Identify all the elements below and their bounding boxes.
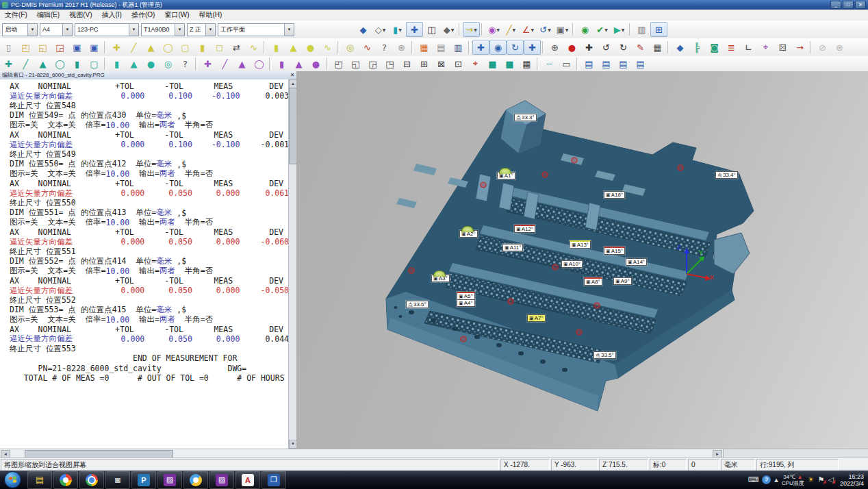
feature-tag-A7[interactable]: ▣A7° [527,314,546,322]
measured-circle-icon[interactable]: ◯ [159,40,177,55]
solid-curve-icon[interactable]: ∿ [319,40,336,55]
solid-cube-b-icon[interactable]: ■ [501,56,518,71]
feature-tag-A2[interactable]: ▣A2° [459,230,478,238]
camera-icon[interactable]: ◙ [706,40,723,55]
editor-line[interactable]: 终止尺寸 位置550 [0,198,289,208]
dropdown-arrow-icon[interactable]: ▼ [604,27,608,32]
editor-line[interactable]: 终止尺寸 位置553 [0,344,289,353]
taskbar-browser-360[interactable] [53,471,78,489]
feature-tag-A11[interactable]: ▣A11° [502,244,523,251]
editor-line[interactable]: DIM 位置551= 点 的位置点413 单位=毫米 ,$ [0,208,289,217]
view-sphere-icon[interactable]: ◉ [489,40,507,55]
cons-sphere-icon[interactable]: ● [142,56,159,71]
tip-select-combo[interactable]: 123-PC▼ [75,23,139,36]
open-file-icon[interactable]: ◰ [17,40,34,55]
auto-line-icon[interactable]: ╱ [216,56,233,71]
view-cube-top-icon[interactable]: ⊟ [398,56,416,71]
chevron-down-icon[interactable]: ▼ [129,24,138,36]
solid-cube-a-icon[interactable]: ■ [484,56,501,71]
editor-line[interactable]: 逼近矢量方向偏差0.0000.0500.0000.044 [0,334,289,344]
active-tip-combo[interactable]: 启动▼ [2,23,38,36]
probed-plane-icon[interactable]: ▲ [34,56,51,71]
feature-tag-A15[interactable]: ▣A15° [604,247,625,255]
disabled-a-icon[interactable]: ⊘ [814,40,831,55]
auto-sphere-icon[interactable]: ● [307,56,324,71]
dropdown-arrow-icon[interactable]: ▼ [451,27,455,32]
dropdown-arrow-icon[interactable]: ▼ [622,27,625,32]
view-cube-front-icon[interactable]: ◲ [364,56,381,71]
menu-item[interactable]: 插入(I) [97,10,126,20]
probe-pen-icon[interactable]: ✎ [632,40,649,55]
measured-point-icon[interactable]: ✚ [108,40,125,55]
save-as-icon[interactable]: ▣ [86,40,103,55]
network-flag-icon[interactable]: ⚑ [818,475,825,484]
view-scale-icon[interactable]: ✚ [524,40,541,55]
feature-tag-A4[interactable]: ▣A4° [457,299,475,307]
axes-icon[interactable]: ∟ [740,40,757,55]
close-button[interactable]: ✕ [855,1,866,9]
cad-solid-icon[interactable]: ◆▼ [440,22,457,37]
report-gray-icon[interactable]: ▤ [433,40,450,55]
editor-line[interactable]: AX NOMINAL+TOL-TOLMEASDEV [0,179,289,188]
feature-tag-A9[interactable]: ▣A9° [613,277,632,285]
report-win-2-icon[interactable]: ▤ [598,56,615,71]
editor-line[interactable]: 终止尺寸 位置549 [0,149,289,159]
gage-bar-icon[interactable]: ▥ [633,22,650,37]
taskbar-qq-ball[interactable] [183,471,208,489]
editor-line[interactable]: AX NOMINAL+TOL-TOLMEASDEV [0,130,289,140]
save-icon[interactable]: ▣ [68,40,86,55]
probe-tip-combo[interactable]: T1A90B0▼ [141,23,185,36]
editor-line[interactable]: END OF MEASUREMENT FOR [0,353,289,363]
probe-mode-icon[interactable]: ▮▼ [389,22,406,37]
view-cube-iso-icon[interactable]: ⊠ [433,56,450,71]
graphics-view[interactable]: 点33.3°▣A1°点33.4°▣A18°▣A2°▣A12°▣A11°▣A13°… [296,71,868,449]
probed-point-icon[interactable]: ✚ [0,56,17,71]
taskbar-chrome[interactable] [79,471,104,489]
globe-icon[interactable]: ⊕ [546,40,563,55]
fit-view-icon[interactable]: ✚ [406,22,423,37]
menu-item[interactable]: 文件(F) [0,10,32,20]
red-sphere-icon[interactable]: ● [563,40,580,55]
measured-square-slot-icon[interactable]: ◻ [211,40,228,55]
taskbar-pdf-reader[interactable]: A [235,471,260,489]
view-translate-icon[interactable]: ✚ [472,40,489,55]
feature-tree-icon[interactable]: ╠ [689,40,706,55]
chevron-down-icon[interactable]: ▼ [284,24,294,36]
editor-line[interactable]: 图示=关 文本=关 倍率=10.00 输出=两者 半角=否 [0,169,289,179]
speaker-muted-icon[interactable]: ◁ [828,475,833,484]
mesh-sphere-icon[interactable]: ⊛ [393,40,410,55]
view-cube-back-icon[interactable]: ◳ [381,56,398,71]
rotate-2d-icon[interactable]: ↺ [598,40,615,55]
auto-circle-icon[interactable]: ◯ [251,56,268,71]
view-cube-bottom-icon[interactable]: ⊞ [416,56,433,71]
edit-window-content[interactable]: AX NOMINAL+TOL-TOLMEASDEV逼近矢量方向偏差0.0000.… [0,79,289,449]
marked-check-icon[interactable]: ✔▼ [593,22,611,37]
cons-cone-icon[interactable]: ▲ [125,56,142,71]
comment-icon[interactable]: ◫ [423,22,440,37]
probed-line-icon[interactable]: ╱ [17,56,34,71]
cons-help-icon[interactable]: ? [177,56,194,71]
editor-line[interactable]: DIM 位置552= 点 的位置点414 单位=毫米 ,$ [0,256,289,266]
dropdown-arrow-icon[interactable]: ▼ [474,27,477,32]
measured-round-slot-icon[interactable]: ▢ [177,40,194,55]
chevron-down-icon[interactable]: ▼ [205,24,215,36]
chevron-down-icon[interactable]: ▼ [62,24,72,36]
dropdown-arrow-icon[interactable]: ▼ [398,27,402,32]
copy-pattern-icon[interactable]: ▣▼ [554,22,571,37]
animation-icon[interactable]: ▦ [649,40,666,55]
measured-plane-icon[interactable]: ▲ [142,40,159,55]
feature-tag-A10[interactable]: ▣A10° [561,260,583,268]
editor-line[interactable]: 图示=关 文本=关 倍率=10.00 输出=两者 半角=否 [0,266,289,276]
probe-lamp-icon[interactable]: ⌖ [757,40,774,55]
cons-torus-icon[interactable]: ◎ [159,56,177,71]
report-color-icon[interactable]: ▥ [450,40,467,55]
tray-expand-icon[interactable]: ▴ [774,475,778,484]
feature-tag-A3[interactable]: ▣A3° [431,275,450,282]
editor-line[interactable]: 逼近矢量方向偏差0.0000.0500.000-0.060 [0,237,289,247]
datum-loop-icon[interactable]: ↺▼ [537,22,554,37]
editor-line[interactable]: 终止尺寸 位置551 [0,247,289,256]
auto-cone-icon[interactable]: ▲ [290,56,307,71]
editor-line[interactable]: 图示=关 文本=关 倍率=10.00 输出=两者 半角=否 [0,121,289,130]
editor-line[interactable]: 图示=关 文本=关 倍率=10.00 输出=两者 半角=否 [0,315,289,325]
editor-line[interactable]: 终止尺寸 位置552 [0,295,289,305]
